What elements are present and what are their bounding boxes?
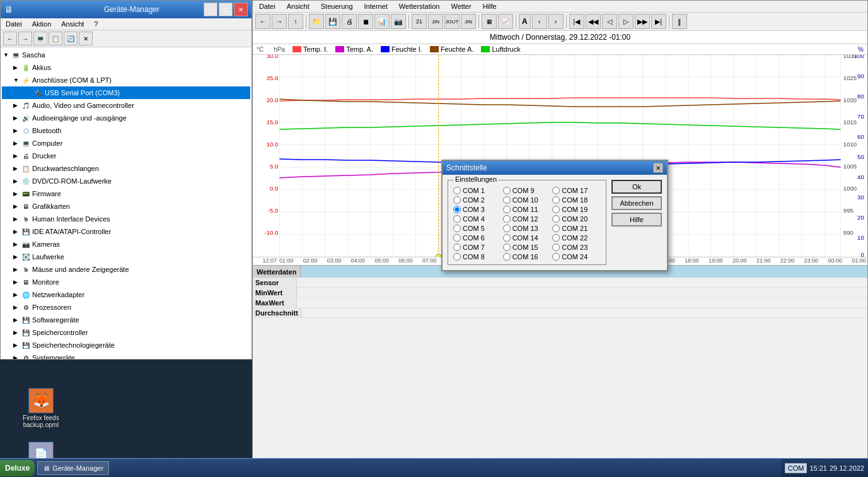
radio-com14[interactable]: COM 14 xyxy=(503,234,552,242)
radio-com7[interactable]: COM 7 xyxy=(453,244,502,251)
forward-button[interactable]: → xyxy=(18,32,32,45)
toolbar-prev-fast[interactable]: ◀◀ xyxy=(586,14,601,29)
radio-com16[interactable]: COM 16 xyxy=(503,253,552,261)
toolbar-prev[interactable]: ◁ xyxy=(602,14,617,29)
weather-menu-internet[interactable]: Internet xyxy=(362,2,390,11)
tree-item-kameras[interactable]: ▶ 📷 Kameras xyxy=(2,238,250,250)
weather-menu-ansicht[interactable]: Ansicht xyxy=(284,2,312,11)
toolbar-stop[interactable]: ◼ xyxy=(358,14,373,29)
menu-help[interactable]: ? xyxy=(91,20,100,28)
uninstall-button[interactable]: ✕ xyxy=(79,32,93,45)
radio-com23[interactable]: COM 23 xyxy=(552,244,601,251)
toolbar-pause[interactable]: ‖ xyxy=(672,14,687,29)
tree-item-laufwerke[interactable]: ▶ 💽 Laufwerke xyxy=(2,250,250,263)
toolbar-joystick[interactable]: JIN xyxy=(461,14,476,29)
tree-item-maeuse[interactable]: ▶ 🖱 Mäuse und andere Zeigegeräte xyxy=(2,263,250,276)
toolbar-next[interactable]: ▷ xyxy=(618,14,634,29)
tree-item-drucker[interactable]: ▶ 🖨 Drucker xyxy=(2,150,250,162)
maximize-button[interactable]: □ xyxy=(219,3,233,16)
radio-com8[interactable]: COM 8 xyxy=(453,253,502,261)
taskbar-device-manager[interactable]: 🖥 Geräte-Manager xyxy=(37,461,109,475)
radio-com9[interactable]: COM 9 xyxy=(503,187,552,194)
desktop-icon-firefox[interactable]: 🦊 Firefox feeds backup.opml xyxy=(19,388,63,428)
help-button[interactable]: Hilfe xyxy=(611,213,662,227)
toolbar-next-fast[interactable]: ▶▶ xyxy=(635,14,650,29)
radio-com11[interactable]: COM 11 xyxy=(503,206,552,213)
toolbar-camera[interactable]: 📷 xyxy=(391,14,406,29)
toolbar-table[interactable]: ▦ xyxy=(482,14,497,29)
tree-item-dvd[interactable]: ▶ 💿 DVD/CD-ROM-Laufwerke xyxy=(2,175,250,187)
toolbar-last[interactable]: ▶| xyxy=(651,14,666,29)
tree-item-akkus[interactable]: ▶ 🔋 Akkus xyxy=(2,61,250,74)
device-tree[interactable]: ▼ 💻 Sascha ▶ 🔋 Akkus ▼ ⚡ Anschlüsse (COM… xyxy=(1,47,252,359)
tree-item-monitore[interactable]: ▶ 🖥 Monitore xyxy=(2,276,250,288)
toolbar-chart[interactable]: 📊 xyxy=(374,14,390,29)
toolbar-21[interactable]: 21 xyxy=(412,14,427,29)
radio-com21[interactable]: COM 21 xyxy=(552,225,601,232)
weather-menu-wetter[interactable]: Wetter xyxy=(448,2,473,11)
weather-menu-wetterstation[interactable]: Wetterstation xyxy=(396,2,443,11)
tree-item-software[interactable]: ▶ 💾 Softwaregeräte xyxy=(2,314,250,326)
radio-com13[interactable]: COM 13 xyxy=(503,225,552,232)
tree-item-audio[interactable]: ▶ 🎵 Audio, Video und Gamecontroller xyxy=(2,99,250,112)
tree-item-audioein[interactable]: ▶ 🔊 Audioeingänge und -ausgänge xyxy=(2,112,250,124)
tree-item-computer[interactable]: ▶ 💻 Computer xyxy=(2,137,250,150)
radio-com20[interactable]: COM 20 xyxy=(552,215,601,223)
ok-button[interactable]: Ok xyxy=(611,180,662,194)
radio-com3[interactable]: COM 3 xyxy=(453,206,502,213)
tree-item-firmware[interactable]: ▶ 📟 Firmware xyxy=(2,187,250,200)
tree-item-system[interactable]: ▶ ⚙ Systemgeräte xyxy=(2,351,250,359)
toolbar-first[interactable]: |◀ xyxy=(569,14,584,29)
radio-com4[interactable]: COM 4 xyxy=(453,215,502,223)
radio-com10[interactable]: COM 10 xyxy=(503,196,552,204)
toolbar-back[interactable]: ← xyxy=(255,14,270,29)
radio-com18[interactable]: COM 18 xyxy=(552,196,601,204)
toolbar-up[interactable]: ↑ xyxy=(288,14,303,29)
close-button[interactable]: ✕ xyxy=(234,3,248,16)
radio-com12[interactable]: COM 12 xyxy=(503,215,552,223)
menu-ansicht[interactable]: Ansicht xyxy=(59,20,86,28)
toolbar-print[interactable]: 🖨 xyxy=(342,14,357,29)
radio-com5[interactable]: COM 5 xyxy=(453,225,502,232)
radio-com6[interactable]: COM 6 xyxy=(453,234,502,242)
tree-item-druckwarte[interactable]: ▶ 📋 Druckwarteschlangen xyxy=(2,162,250,175)
radio-com19[interactable]: COM 19 xyxy=(552,206,601,213)
tree-item-netzwerk[interactable]: ▶ 🌐 Netzwerkadapter xyxy=(2,288,250,301)
radio-com1[interactable]: COM 1 xyxy=(453,187,502,194)
radio-com24[interactable]: COM 24 xyxy=(552,253,601,261)
dialog-close-button[interactable]: ✕ xyxy=(653,163,663,173)
cancel-button[interactable]: Abbrechen xyxy=(611,196,662,210)
back-button[interactable]: ← xyxy=(3,32,17,45)
toolbar-forward[interactable]: → xyxy=(272,14,287,29)
tree-item-hid[interactable]: ▶ 🖱 Human Interface Devices xyxy=(2,213,250,225)
weather-menu-steuerung[interactable]: Steuerung xyxy=(318,2,356,11)
tree-item-ide[interactable]: ▶ 💾 IDE ATA/ATAPI-Controller xyxy=(2,225,250,238)
radio-com2[interactable]: COM 2 xyxy=(453,196,502,204)
tree-item-prozessoren[interactable]: ▶ ⚙ Prozessoren xyxy=(2,301,250,314)
radio-com17[interactable]: COM 17 xyxy=(552,187,601,194)
tree-item-bluetooth[interactable]: ▶ ⬡ Bluetooth xyxy=(2,124,250,137)
tree-root[interactable]: ▼ 💻 Sascha xyxy=(2,49,250,61)
tree-item-anschlusse[interactable]: ▼ ⚡ Anschlüsse (COM & LPT) xyxy=(2,74,250,86)
start-button[interactable]: Deluxe xyxy=(0,460,35,476)
minimize-button[interactable]: _ xyxy=(204,3,217,16)
toolbar-graph[interactable]: 📈 xyxy=(498,14,513,29)
toolbar-jout[interactable]: JOUT xyxy=(444,14,460,29)
weather-menu-datei[interactable]: Datei xyxy=(257,2,278,11)
weather-menu-hilfe[interactable]: Hilfe xyxy=(480,2,499,11)
properties-button[interactable]: 📋 xyxy=(49,32,62,45)
computer-icon-btn[interactable]: 💻 xyxy=(33,32,47,45)
menu-aktion[interactable]: Aktion xyxy=(30,20,54,28)
radio-com15[interactable]: COM 15 xyxy=(503,244,552,251)
toolbar-save[interactable]: 💾 xyxy=(325,14,340,29)
toolbar-A[interactable]: A xyxy=(519,14,531,29)
toolbar-open[interactable]: 📁 xyxy=(309,14,324,29)
tree-item-grafik[interactable]: ▶ 🖥 Grafikkarten xyxy=(2,200,250,213)
tree-item-speicherctrl[interactable]: ▶ 💾 Speichercontroller xyxy=(2,326,250,339)
menu-datei[interactable]: Datei xyxy=(3,20,25,28)
radio-com22[interactable]: COM 22 xyxy=(552,234,601,242)
toolbar-next-page[interactable]: › xyxy=(548,14,564,29)
tree-item-usb-serial[interactable]: ▶ 🔌 USB Serial Port (COM3) xyxy=(2,86,250,99)
tree-item-speichertech[interactable]: ▶ 💾 Speichertechnologiegeräte xyxy=(2,339,250,351)
update-button[interactable]: 🔄 xyxy=(64,32,78,45)
